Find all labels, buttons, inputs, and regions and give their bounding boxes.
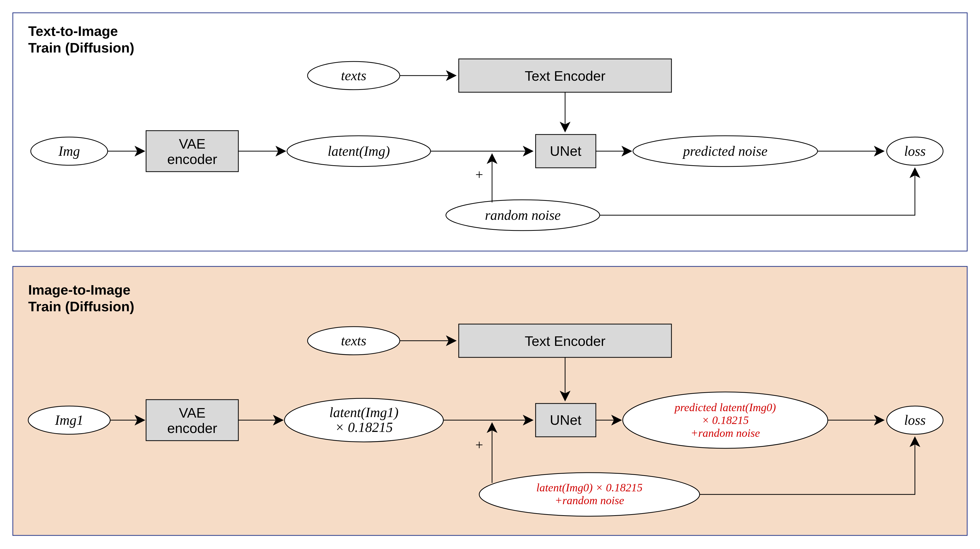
top-unet-label: UNet xyxy=(550,143,581,159)
top-texts-label: texts xyxy=(341,68,366,83)
top-title-2: Train (Diffusion) xyxy=(28,40,134,56)
bottom-title-2: Train (Diffusion) xyxy=(28,299,134,314)
bottom-noise-label-1: latent(Img0) × 0.18215 xyxy=(536,481,643,494)
bottom-plus: + xyxy=(476,437,483,453)
top-vae-label-1: VAE xyxy=(179,136,205,151)
top-latent-label: latent(Img) xyxy=(328,143,390,159)
bottom-predicted-label-2: × 0.18215 xyxy=(702,414,749,427)
top-arrow-noise-loss xyxy=(600,169,915,215)
bottom-vae-label-1: VAE xyxy=(179,405,205,420)
top-title-1: Text-to-Image xyxy=(28,23,118,39)
bottom-latent-label-2: × 0.18215 xyxy=(335,420,393,435)
bottom-latent-label-1: latent(Img1) xyxy=(329,405,399,420)
bottom-noise-label-2: +random noise xyxy=(555,494,624,507)
bottom-texts-label: texts xyxy=(341,333,366,348)
bottom-loss-label: loss xyxy=(904,413,926,428)
bottom-unet-label: UNet xyxy=(550,412,581,428)
bottom-predicted-label-3: +random noise xyxy=(690,427,760,440)
bottom-title-1: Image-to-Image xyxy=(28,282,130,297)
top-random-noise-label: random noise xyxy=(485,208,561,223)
top-loss-label: loss xyxy=(904,143,926,159)
top-text-encoder-label: Text Encoder xyxy=(525,68,605,84)
bottom-vae-label-2: encoder xyxy=(167,420,217,436)
top-vae-label-2: encoder xyxy=(167,151,217,167)
bottom-text-encoder-label: Text Encoder xyxy=(525,333,605,349)
bottom-predicted-label-1: predicted latent(Img0) xyxy=(674,401,776,414)
top-predicted-noise-label: predicted noise xyxy=(682,143,767,159)
top-img-label: Img xyxy=(58,143,80,159)
top-plus: + xyxy=(476,167,483,182)
bottom-img-label: Img1 xyxy=(55,413,84,428)
